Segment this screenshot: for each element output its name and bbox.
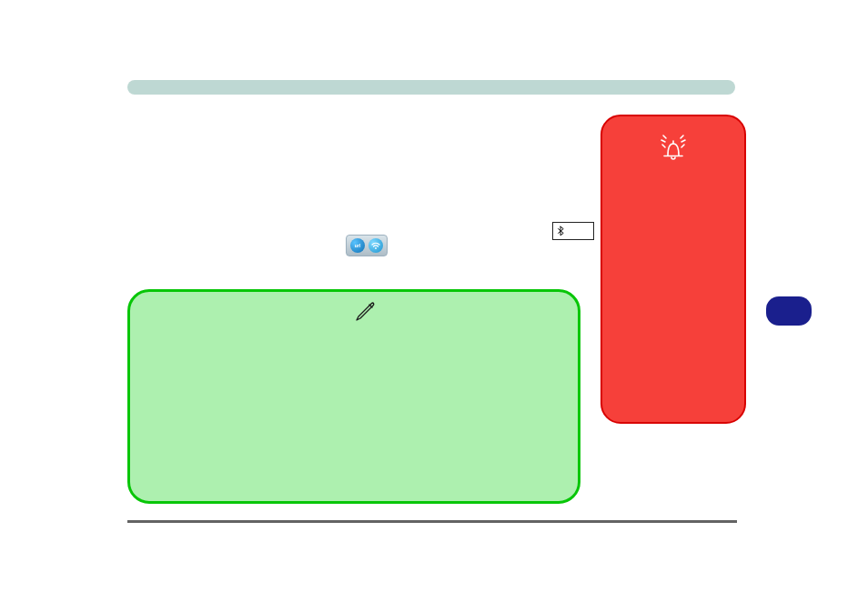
top-bar [127,80,735,95]
side-pill[interactable] [766,296,812,326]
svg-point-4 [375,247,377,249]
alarm-bell-icon [657,133,690,160]
bottom-rule [127,520,737,523]
alert-panel [601,115,746,424]
diagram-canvas: url [0,0,868,612]
edit-panel [127,289,580,504]
bluetooth-icon [557,226,564,236]
svg-text:url: url [355,243,361,248]
bluetooth-button[interactable] [552,222,594,240]
wifi-icon [368,238,383,253]
network-badge[interactable]: url [346,235,388,256]
url-indicator-icon: url [350,238,365,253]
